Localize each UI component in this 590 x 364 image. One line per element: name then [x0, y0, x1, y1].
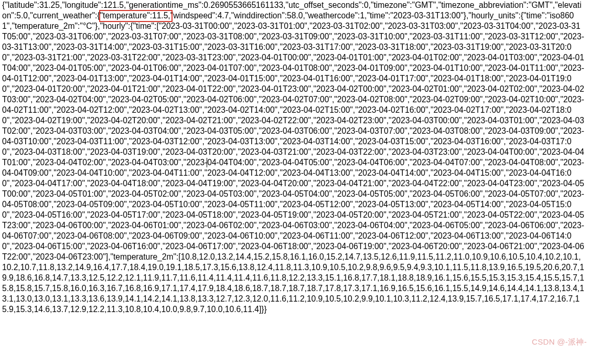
watermark-text: CSDN @-派神- — [532, 337, 587, 347]
text-cursor — [207, 158, 207, 167]
json-response-text[interactable]: {"latitude":31.25,"longitude":121.5,"gen… — [0, 0, 587, 317]
